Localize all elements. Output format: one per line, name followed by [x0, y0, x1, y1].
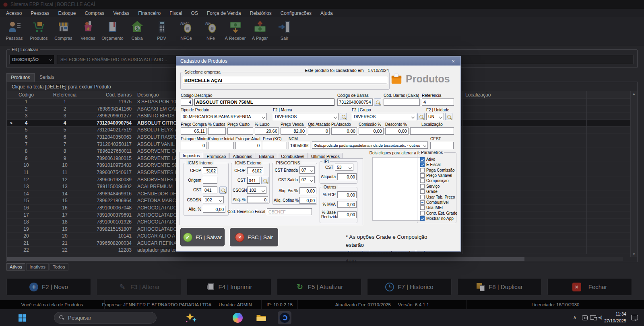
icms-int-cfop-input[interactable]	[203, 167, 217, 174]
header-localizacao[interactable]: Localização	[462, 91, 586, 98]
parameter-row[interactable]: Paga Comissão	[420, 168, 457, 172]
codigo-barras-input[interactable]	[337, 98, 373, 106]
atualizar-button[interactable]: ↻F5 | Atualizar	[277, 278, 361, 295]
header-codigo[interactable]: Código	[16, 91, 37, 98]
desconto-input[interactable]	[385, 127, 409, 135]
aliq-pis-input[interactable]	[299, 187, 316, 194]
sair-button[interactable]: × ESC | Sair	[230, 228, 278, 246]
tray-capture-icon[interactable]	[582, 315, 588, 320]
empresa-input[interactable]	[183, 77, 387, 84]
unidade-select[interactable]: UN	[426, 113, 444, 120]
custos-input[interactable]	[208, 127, 226, 135]
estoque-inicial-input[interactable]	[208, 142, 234, 149]
menu-item[interactable]: Compras	[80, 10, 109, 16]
preco-custo-input[interactable]	[227, 127, 253, 135]
lucro-input[interactable]	[255, 127, 279, 135]
preco-venda-input[interactable]	[281, 127, 306, 135]
checkbox-icon[interactable]	[420, 205, 425, 210]
tab-seriais[interactable]: Seriais	[35, 73, 58, 82]
product-photo[interactable]	[372, 157, 423, 221]
toolbar-vendas[interactable]: Vendas	[76, 17, 100, 46]
menu-item[interactable]: OS	[187, 10, 202, 16]
erp-app-button[interactable]	[278, 311, 291, 324]
icms-int-origem-input[interactable]	[203, 177, 217, 184]
scroll-up-icon[interactable]: ▲	[632, 92, 636, 96]
menu-item[interactable]: Estoque	[54, 10, 80, 16]
toolbar-orcamento[interactable]: Orçamento	[100, 17, 125, 46]
icms-ext-cfop-input[interactable]	[247, 167, 263, 174]
menu-item[interactable]: Força de Venda	[202, 10, 246, 16]
icms-ext-csosn-select[interactable]: 102	[247, 187, 266, 194]
parameter-row[interactable]: Composição	[420, 179, 457, 183]
pis-cst-entrada-select[interactable]: 07	[299, 166, 315, 174]
tray-volume-icon[interactable]: ◄)	[597, 315, 602, 320]
parameter-row[interactable]: Usar Tab. Preço	[420, 195, 457, 199]
dialog-close-icon[interactable]: ×	[449, 58, 457, 64]
checkbox-icon[interactable]	[420, 211, 425, 215]
comissao-input[interactable]	[359, 127, 384, 135]
header-cod-barras[interactable]: Cód. Barras	[93, 91, 134, 98]
tray-expand-icon[interactable]: ∧	[573, 315, 576, 320]
tray-network-icon[interactable]	[590, 315, 596, 320]
tab-inativos[interactable]: Inativos	[26, 263, 49, 271]
icms-ext-cst-input[interactable]	[247, 177, 260, 184]
menu-item[interactable]: Fiscal	[165, 10, 186, 16]
fcp-input[interactable]	[337, 191, 357, 198]
estoque-atual-input[interactable]	[235, 142, 261, 149]
ipi-aliquota-input[interactable]	[337, 173, 357, 180]
tab-ativos[interactable]: Ativos	[6, 263, 25, 271]
tipo-produto-select[interactable]: 00-MERCADORIA PARA REVENDA	[181, 113, 267, 120]
qtd-atacado-input[interactable]	[308, 127, 330, 135]
grupo-select[interactable]: DIVERSOS	[352, 113, 416, 120]
preco-compra-input[interactable]	[181, 127, 206, 135]
toolbar-pessoas[interactable]: Pessoas	[2, 17, 27, 46]
file-explorer-button[interactable]	[254, 311, 268, 324]
checkbox-icon[interactable]	[420, 189, 425, 194]
fechar-button[interactable]: ×Fechar	[547, 278, 632, 295]
checkbox-icon[interactable]	[420, 173, 425, 178]
copilot-button[interactable]	[231, 311, 244, 324]
base-reduzida-input[interactable]	[337, 211, 357, 218]
notification-center-icon[interactable]	[631, 315, 638, 320]
codigo-input[interactable]	[181, 98, 193, 106]
marca-select[interactable]: DIVERSOS	[273, 113, 339, 120]
taskbar-clock[interactable]: 11:34 27/10/2025	[602, 311, 626, 324]
estoque-minimo-input[interactable]	[181, 142, 206, 149]
descricao-input[interactable]	[194, 98, 334, 106]
menu-item[interactable]: Configurações	[276, 10, 316, 16]
parameter-row[interactable]: Ativo	[420, 157, 457, 162]
duplicar-button[interactable]: F8 | Duplicar	[457, 278, 542, 295]
icms-int-cst-input[interactable]	[203, 187, 217, 193]
menu-item[interactable]: Vendas	[109, 10, 134, 16]
icms-int-aliq-input[interactable]	[203, 206, 225, 213]
checkbox-icon[interactable]	[420, 157, 425, 162]
peso-input[interactable]	[263, 142, 287, 149]
parameter-row[interactable]: Combustível	[420, 200, 457, 205]
icms-ext-aliq-input[interactable]	[247, 196, 268, 203]
copilot-sparkle-button[interactable]	[182, 311, 200, 324]
taskbar-search[interactable]: Pesquisar	[54, 312, 157, 324]
referencia-input[interactable]	[422, 98, 454, 106]
menu-item[interactable]: Acesso	[2, 10, 26, 16]
parameter-row[interactable]: Grade	[420, 189, 457, 194]
checkbox-icon[interactable]	[420, 200, 425, 205]
menu-item[interactable]: Pessoas	[26, 10, 54, 16]
toolbar-a-pagar[interactable]: À Pagar	[248, 17, 272, 46]
novo-button[interactable]: +F2 | Novo	[6, 278, 91, 295]
parameter-row[interactable]: Preço Variavel	[420, 173, 457, 178]
toolbar-caixa[interactable]: $ Caixa	[125, 17, 149, 46]
toolbar-produtos[interactable]: Produtos	[27, 17, 51, 46]
menu-item[interactable]: Financeiro	[134, 10, 165, 16]
toolbar-nfe[interactable]: NFe NFe	[198, 17, 223, 46]
checkbox-icon[interactable]	[420, 178, 425, 183]
checkbox-icon[interactable]	[420, 162, 425, 167]
parameter-row[interactable]: Mostrar no App	[420, 216, 457, 221]
horizontal-scrollbar[interactable]	[7, 257, 623, 261]
unidade-search-icon[interactable]	[445, 113, 452, 120]
toolbar-nfce[interactable]: NFCe NFCe	[174, 17, 198, 46]
toolbar-pdv[interactable]: PDV	[149, 17, 174, 46]
pis-cst-saida-select[interactable]: 07	[299, 176, 315, 183]
localizacao-input[interactable]	[410, 127, 454, 135]
pr-atacado-input[interactable]	[331, 127, 357, 135]
mva-input[interactable]	[337, 201, 357, 208]
